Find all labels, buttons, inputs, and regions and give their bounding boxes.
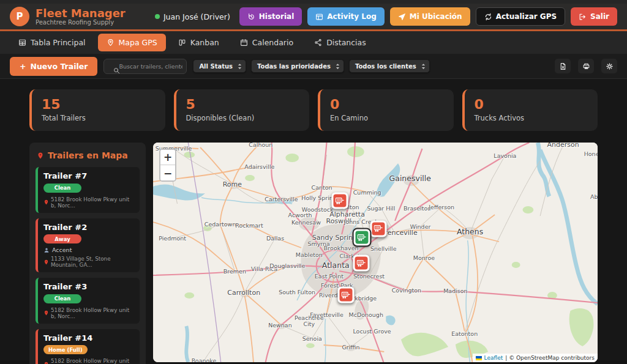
user-name: Juan José (Driver) [163,12,230,21]
map-pin-icon [107,39,115,46]
activity-log-icon [315,13,323,21]
stat-label: Trucks Activos [475,114,588,122]
trailer-marker-icon [340,289,353,302]
tab-mapa-gps[interactable]: Mapa GPS [98,34,166,51]
new-trailer-button[interactable]: + Nuevo Trailer [10,57,97,76]
status-badge: Home (Full) [43,345,88,354]
pin-icon [43,362,48,364]
stat-value: 5 [186,97,300,112]
trailer-marker-icon [372,222,385,235]
pin-icon [43,199,48,205]
trailer-marker-2[interactable] [370,220,387,237]
mi-ubicacion-button[interactable]: Mi Ubicación [390,7,470,26]
zoom-out-button[interactable]: − [160,165,175,180]
trailer-marker-1[interactable] [332,193,348,209]
stat-card-0: 15 Total Trailers [29,89,165,131]
address-row: 5182 Brook Hollow Pkwy unit b, Norc... [43,307,134,319]
stat-label: Total Trailers [42,114,156,122]
activity-log-button[interactable]: Activity Log [307,7,384,26]
logout-icon [579,13,587,21]
online-status-dot [155,14,160,19]
address-row: 1133 Village St, Stone Mountain, GA... [43,256,134,268]
map-zoom-control: + − [159,149,176,182]
pin-icon [43,310,48,316]
trailer-address: 1133 Village St, Stone Mountain, GA... [51,256,134,268]
salir-button[interactable]: Salir [571,7,617,26]
mi-ubicacion-label: Mi Ubicación [410,12,462,21]
trailer-marker-icon [355,257,367,270]
app-title-block: Fleet Manager Peachtree Roofing Supply [36,7,126,26]
pin-icon [43,259,48,265]
status-badge: Clean [43,184,81,193]
address-row: 5182 Brook Hollow Pkwy unit b, Norc... [43,358,134,364]
stat-label: En Camino [330,114,444,122]
trailer-name: Trailer #7 [43,171,134,180]
map-attribution: Leaflet | © OpenStreetMap contributors [473,354,598,362]
salir-label: Salir [590,12,609,21]
location-arrow-icon [398,13,406,21]
trailer-marker-icon [334,195,347,207]
trailer-list-item[interactable]: Trailer #14 Home (Full) 5182 Brook Hollo… [36,329,140,364]
client-name: Accent [52,247,72,253]
trailer-list-item[interactable]: Trailer #7 Clean 5182 Brook Hollow Pkwy … [36,167,140,213]
trailer-address: 5182 Brook Hollow Pkwy unit b, Norc... [51,196,134,209]
tab-distancias[interactable]: Distancias [306,34,375,51]
table-icon [18,39,26,46]
settings-button[interactable] [601,59,617,73]
stats-row: 15 Total Trailers 5 Disponibles (Clean) … [29,89,598,131]
trailer-sidebar: Trailers en Mapa Trailer #7 Clean 5182 B… [29,143,146,364]
stat-card-1: 5 Disponibles (Clean) [174,89,310,131]
tab-tabla-principal[interactable]: Tabla Principal [10,34,94,51]
trailer-marker-3[interactable] [353,229,370,246]
trailer-address: 5182 Brook Hollow Pkwy unit b, Norc... [51,358,134,364]
trailer-list-item[interactable]: Trailer #3 Clean 5182 Brook Hollow Pkwy … [36,278,140,324]
leaflet-link[interactable]: Leaflet [484,355,503,361]
history-icon [247,13,255,21]
stat-card-3: 0 Trucks Activos [462,89,598,131]
print-button[interactable] [578,59,594,73]
export-file-button[interactable] [555,59,571,73]
stat-value: 15 [42,97,156,112]
stat-value: 0 [330,97,444,112]
tab-calendario[interactable]: Calendario [231,34,302,51]
tab-kanban-label: Kanban [190,38,219,47]
actualizar-gps-button[interactable]: Actualizar GPS [476,7,565,26]
tab-calendario-label: Calendario [252,38,293,47]
client-row: Accent [43,247,134,253]
tab-distancias-label: Distancias [326,38,366,47]
trailer-marker-5[interactable] [338,287,355,303]
calendar-icon [240,39,248,46]
main-content: 15 Total Trailers 5 Disponibles (Clean) … [0,79,627,360]
zoom-in-button[interactable]: + [160,150,175,165]
kanban-icon [178,39,186,46]
app-subtitle: Peachtree Roofing Supply [36,19,126,26]
trailer-marker-4[interactable] [353,255,369,272]
gps-map[interactable]: CalhounSummervilleAdairsvilleRomeCarters… [153,143,598,362]
tab-tabla-principal-label: Tabla Principal [31,38,86,47]
person-icon [43,247,49,253]
osm-attribution-text: | © OpenStreetMap contributors [505,355,595,361]
activity-log-label: Activity Log [327,12,376,21]
priority-filter[interactable]: Todas las prioridades [251,59,344,73]
app-logo: P [10,7,29,26]
trailer-marker-icon [355,231,368,244]
ukraine-flag-icon [476,356,482,360]
stat-label: Disponibles (Clean) [186,114,300,122]
stat-card-2: 0 En Camino [318,89,454,131]
actualizar-gps-label: Actualizar GPS [496,12,557,21]
user-chip: Juan José (Driver) [155,12,230,21]
historial-button[interactable]: Historial [239,7,302,26]
trailer-list-item[interactable]: Trailer #2 Away Accent 1133 Village St, … [36,218,140,273]
status-badge: Clean [43,294,81,303]
main-nav: Tabla Principal Mapa GPS Kanban Calendar… [0,31,627,54]
client-filter-value: Todos los clientes [355,63,416,70]
address-row: 5182 Brook Hollow Pkwy unit b, Norc... [43,196,134,209]
client-filter[interactable]: Todos los clientes [349,59,430,73]
tab-kanban[interactable]: Kanban [170,34,228,51]
search-wrap [103,59,187,74]
status-filter[interactable]: All Status [193,59,246,73]
status-filter-value: All Status [199,63,233,70]
toolbar: + Nuevo Trailer All Status Todas las pri… [0,54,627,79]
trailer-name: Trailer #2 [43,223,134,232]
search-icon [108,63,115,70]
